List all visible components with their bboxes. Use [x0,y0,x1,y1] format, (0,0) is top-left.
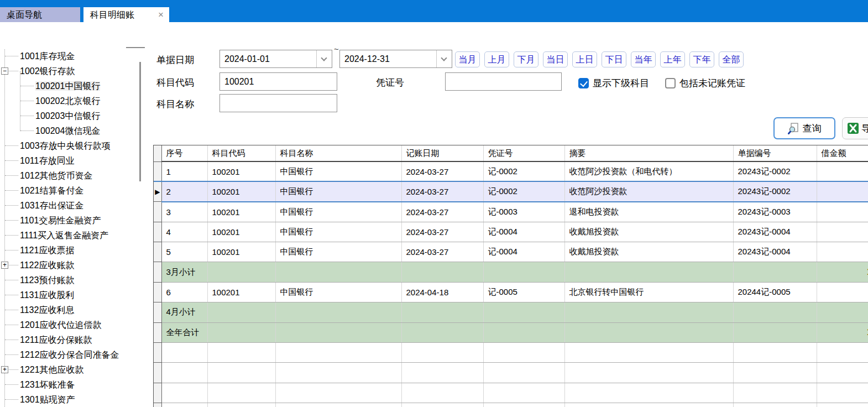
row-header-cell[interactable] [154,302,161,322]
tree-item-1121[interactable]: 1121应收票据 [0,243,136,258]
row-header-cell[interactable] [154,262,161,282]
tree-item-1201[interactable]: 1201应收代位追偿款 [0,317,136,332]
tree-item-100202[interactable]: 100202北京银行 [0,93,136,108]
table-cell [275,383,401,403]
checkbox-checked-icon[interactable] [578,78,589,88]
table-row[interactable]: 5100201中国银行2024-03-27记-0004收戴旭投资款20243记-… [154,242,868,262]
row-header-cell[interactable] [154,363,161,383]
row-header-cell[interactable] [154,242,161,262]
chevron-down-icon[interactable] [436,50,452,67]
table-cell [733,322,817,342]
column-header[interactable]: 凭证号 [483,145,564,161]
quick-date-button[interactable]: 当年 [631,51,656,67]
tree-item-100204[interactable]: 100204微信现金 [0,123,136,138]
expand-icon[interactable]: + [1,366,8,373]
column-header[interactable]: 摘要 [564,145,733,161]
row-header-cell[interactable] [154,161,161,181]
include-unposted-option[interactable]: 包括未记账凭证 [665,77,745,90]
row-header-cell[interactable] [154,202,161,222]
table-cell [207,343,275,363]
row-header-cell[interactable] [154,282,161,302]
row-header-cell[interactable] [154,403,161,407]
tree-item-1231[interactable]: 1231坏账准备 [0,377,136,392]
tree-item-1212[interactable]: 1212应收分保合同准备金 [0,347,136,362]
date-to-combobox[interactable]: 2024-12-31 [339,50,452,68]
tree-item-1101[interactable]: 1101交易性金融资产 [0,213,136,228]
date-from-combobox[interactable]: 2024-01-01 [219,50,332,68]
quick-date-button[interactable]: 上日 [572,51,597,67]
tree-item-label: 1002银行存款 [20,66,75,76]
tab-subject-ledger[interactable]: 科目明细账 × [83,7,169,22]
expand-icon[interactable]: + [1,262,8,269]
export-excel-button[interactable]: 导出 [842,117,868,139]
checkbox-unchecked-icon[interactable] [665,78,676,88]
quick-date-button[interactable]: 当月 [455,51,480,67]
table-row[interactable]: ▶2100201中国银行2024-03-27记-0002收范阿沙投资款20243… [154,181,868,201]
table-row[interactable]: 6100201中国银行2024-04-18记-0005北京银行转中国银行2024… [154,282,868,302]
tree-item-1132[interactable]: 1132应收利息 [0,302,136,317]
subject-name-input[interactable] [219,94,337,112]
voucher-no-input[interactable] [445,72,562,91]
table-row[interactable]: 1100201中国银行2024-03-27记-0002收范阿沙投资款（和电代转）… [154,161,868,181]
table-cell [483,262,564,282]
row-header-corner [154,145,161,161]
column-header[interactable]: 记账日期 [401,145,483,161]
subtotal-row[interactable]: 全年合计1 [154,322,868,342]
tree-item-1001[interactable]: 1001库存现金 [0,49,136,64]
column-header[interactable]: 科目名称 [275,145,401,161]
table-row[interactable] [154,363,868,383]
column-header[interactable]: 借金额 [817,145,868,161]
close-icon[interactable]: × [158,7,164,22]
subtotal-row[interactable]: 3月小计1 [154,262,868,282]
tree-item-1123[interactable]: 1123预付账款 [0,273,136,288]
tree-item-100203[interactable]: 100203中信银行 [0,108,136,123]
table-cell: 1 [817,322,868,342]
quick-date-button[interactable]: 当日 [543,51,568,67]
subtotal-row[interactable]: 4月小计 [154,302,868,322]
row-header-cell[interactable] [154,322,161,342]
tree-item-1111[interactable]: 1111买入返售金融资产 [0,228,136,243]
column-header[interactable]: 序号 [161,145,207,161]
tree-item-1131[interactable]: 1131应收股利 [0,288,136,302]
tree-item-1221[interactable]: +1221其他应收款 [0,362,136,377]
tree-item-1301[interactable]: 1301贴现资产 [0,392,136,407]
row-header-cell[interactable] [154,222,161,242]
tree-item-1031[interactable]: 1031存出保证金 [0,198,136,213]
table-row[interactable]: 3100201中国银行2024-03-27记-0003退和电投资款20243记-… [154,202,868,222]
table-row[interactable]: 4100201中国银行2024-03-27记-0004收戴旭投资款20243记-… [154,222,868,242]
tree-item-100201[interactable]: 100201中国银行 [0,79,136,93]
tab-desktop-nav[interactable]: 桌面导航 [0,7,80,22]
column-header[interactable]: 单据编号 [733,145,817,161]
tree-scrollbar[interactable] [139,62,141,181]
row-header-cell[interactable]: ▶ [154,181,161,201]
tree-item-1003[interactable]: 1003存放中央银行款项 [0,138,136,153]
table-row[interactable] [154,383,868,403]
table-cell [207,302,275,322]
show-sub-accounts-option[interactable]: 显示下级科目 [578,77,649,90]
quick-date-button[interactable]: 上月 [484,51,509,67]
query-button[interactable]: 查询 [773,117,835,139]
tree-item-1122[interactable]: +1122应收账款 [0,258,136,273]
table-cell [564,403,733,407]
tree-item-1012[interactable]: 1012其他货币资金 [0,168,136,183]
table-cell: 中国银行 [275,242,401,262]
row-header-cell[interactable] [154,383,161,403]
quick-date-button[interactable]: 下日 [602,51,626,67]
table-row[interactable] [154,343,868,363]
quick-date-button[interactable]: 全部 [719,51,744,67]
quick-date-button[interactable]: 下月 [514,51,538,67]
column-header[interactable]: 科目代码 [207,145,275,161]
tree-item-label: 1031存出保证金 [20,201,84,210]
tree-item-1021[interactable]: 1021结算备付金 [0,183,136,198]
collapse-icon[interactable]: − [1,67,8,75]
chevron-down-icon[interactable] [316,50,332,67]
quick-date-button[interactable]: 上年 [660,51,685,67]
table-cell: 1 [161,161,207,181]
tree-item-1011[interactable]: 1011存放同业 [0,153,136,168]
quick-date-button[interactable]: 下年 [689,51,714,67]
tree-item-1211[interactable]: 1211应收分保账款 [0,332,136,347]
subject-code-input[interactable]: 100201 [219,72,337,91]
table-cell [401,322,483,342]
table-row[interactable] [154,403,868,407]
row-header-cell[interactable] [154,343,161,363]
